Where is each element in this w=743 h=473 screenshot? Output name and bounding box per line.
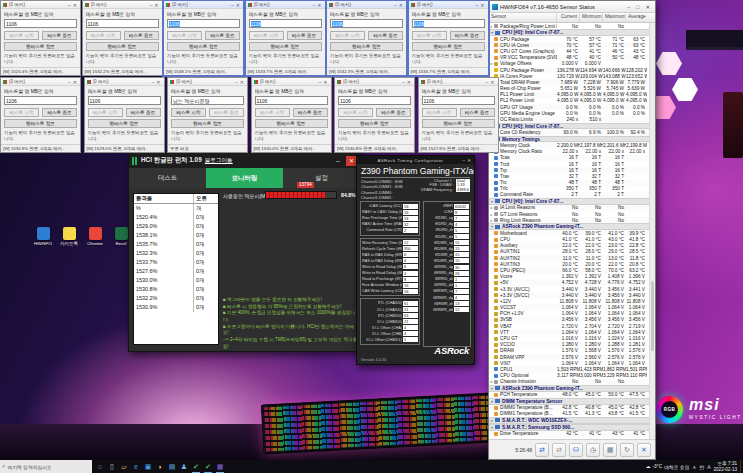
sensor-column-headers[interactable]: Sensor Current Minimum Maximum Average [489,13,655,23]
memtest-info-button[interactable]: 멤테스트 정보 [330,42,403,51]
ram-amount-input[interactable]: 1106 [422,96,495,105]
stop-test-button[interactable]: 테스트 종료 [42,31,77,40]
close-button[interactable]: ✕ [235,2,241,8]
memtest-info-button[interactable]: 멤테스트 정보 [412,42,485,51]
taskbar-clock[interactable]: 오후 7:31 2022-02-13 [714,461,738,472]
sensor-row[interactable]: Motherboard 40.0 °C 39.0 °C 41.0 °C 39.9… [489,230,649,236]
report-icon[interactable]: ▦ [603,443,617,457]
ram-amount-input[interactable]: 1106 [330,19,403,28]
timing-value[interactable]: 63 [403,313,418,318]
sensor-row[interactable]: +3.3V (AVCC) 3.440 V 3.440 V 3.456 V 3.4… [489,286,649,292]
timing-value[interactable]: 8 [403,264,418,269]
contacts-icon[interactable]: ♟ [178,460,190,473]
sensor-row[interactable]: ▸ IA Limit Reasons No No No [489,205,649,211]
sensor-row[interactable]: CPU IA Cores 70 °C 57 °C 71 °C 63 °C [489,42,649,48]
close-button[interactable]: ✕ [155,79,161,85]
timing-value[interactable]: 7 [454,289,469,294]
stop-test-button[interactable]: 테스트 종료 [126,108,161,117]
sensor-section[interactable]: ▾ ASRock Z390 Phantom Gaming-IT... [489,385,649,392]
minimize-button[interactable]: – [333,157,343,164]
memtest-info-button[interactable]: 멤테스트 정보 [249,42,322,51]
timing-value[interactable]: 32 [403,222,418,227]
ram-amount-input[interactable]: 1106 [4,19,77,28]
memtest-titlebar[interactable]: (0 에러) – ✕ [327,1,406,9]
timing-value[interactable]: 4 [403,258,418,263]
sensor-row[interactable]: CPU GT Cores (Graphics) 44 °C 41 °C 46 °… [489,48,649,54]
kakaotalk-icon[interactable]: ◗ [154,460,166,473]
sensor-row[interactable]: CPU Package Power 136.278 W 114.694 W 14… [489,67,649,73]
ram-amount-input[interactable]: 1106 [167,19,240,28]
sensor-row[interactable]: Tcas 16 T 16 T 16 T [489,155,649,161]
memtest-titlebar[interactable]: (0 에러) – ✕ [85,78,164,86]
stop-test-button[interactable]: 테스트 종료 [460,108,495,117]
task-view-icon[interactable]: ▯ [106,460,118,473]
desktop-icon[interactable]: HWiNFO64 [34,227,52,246]
memtest-titlebar[interactable]: (0 에러) – ✕ [252,78,331,86]
close-button[interactable]: ✕ [316,2,322,8]
stop-test-button[interactable]: 테스트 종료 [209,108,244,117]
sensor-row[interactable]: AUXTIN1 28.0 °C 28.0 °C 29.0 °C 28.5 °C [489,249,649,255]
sensor-row[interactable]: Trcd 16 T 16 T 16 T [489,161,649,167]
sensor-row[interactable]: DRAM VPP 2.576 V 2.560 V 2.576 V 2.576 V [489,354,649,360]
timing-value[interactable]: 30 [454,265,469,270]
sensor-row[interactable]: Trp 16 T 16 T 16 T [489,167,649,173]
memtest-titlebar[interactable]: (0 에러) – ✕ [409,1,488,9]
clock-icon[interactable]: ◷ [586,443,600,457]
sensor-row[interactable]: CPU Optional 3,117 RPM 3,000 RPM 3,229 R… [489,373,649,379]
start-test-button[interactable]: 테스트 시작 [412,31,447,40]
memtest-titlebar[interactable]: (0 에러) – ✕ [168,78,247,86]
scrollbar[interactable] [649,23,655,439]
start-test-button[interactable]: 테스트 시작 [4,108,39,117]
sensor-row[interactable]: +12V 11.808 V 11.808 V 11.808 V 11.808 V [489,298,649,304]
start-test-button[interactable]: 테스트 시작 [330,31,365,40]
start-test-button[interactable]: 테스트 시작 [338,108,373,117]
logging-start-icon[interactable]: ⇄ [535,443,549,457]
timing-value[interactable]: 61 [403,301,418,306]
start-test-button[interactable]: 테스트 시작 [422,108,457,117]
timing-value[interactable]: 7 [454,216,469,221]
start-test-button[interactable]: 테스트 시작 [171,108,206,117]
tab-monitoring[interactable]: 모니터링 [206,168,283,188]
timing-value[interactable]: 4 [454,222,469,227]
timing-value[interactable]: 4 [403,331,418,336]
timing-value[interactable]: 350 [403,246,418,251]
timing-value[interactable]: 1 [454,283,469,288]
sensor-row[interactable]: Vcore 1.392 V 1.392 V 1.408 V 1.396 V [489,274,649,280]
sensor-row[interactable]: IA Cores Power 130.729 W 109.004 W 143.0… [489,73,649,79]
blog-link[interactable]: 블로그이동 [205,157,233,165]
stop-test-button[interactable]: 테스트 종료 [205,31,240,40]
stop-test-button[interactable]: 테스트 종료 [376,108,411,117]
timing-value[interactable]: 4 [403,271,418,276]
close-button[interactable]: ✕ [153,2,159,8]
timing-value[interactable]: 16 [403,204,418,209]
memtest-app-icon[interactable]: ✔ [190,460,202,473]
start-test-button[interactable]: 테스트 시작 [4,31,39,40]
memtest-titlebar[interactable]: (0 에러) – ✕ [335,78,414,86]
tab-settings[interactable]: 설정 [283,168,360,188]
sensor-row[interactable]: CPU 41.0 °C 41.0 °C 43.0 °C 41.8 °C [489,236,649,242]
memtest-info-button[interactable]: 멤테스트 정보 [86,42,159,51]
stop-test-button[interactable]: 테스트 종료 [42,108,77,117]
timing-value[interactable]: 12 [403,240,418,245]
sensor-row[interactable]: ▸ Chassis Intrusion No No No [489,379,649,385]
timing-value[interactable]: 12 [454,307,469,312]
timing-value[interactable]: 5 [454,234,469,239]
sensor-row[interactable]: ▸ Core C0 Residency 93.0 % 6.9 % 100.0 %… [489,129,649,135]
sensor-row[interactable]: +3.3V (3VCC) 3.440 V 3.440 V 3.456 V 3.4… [489,292,649,298]
timing-value[interactable]: 8 [454,210,469,215]
sensor-section[interactable]: ▾ S.M.A.R.T.: Samsung SSD 860... [489,424,649,431]
hwinfo-app-icon[interactable]: ▦ [214,460,226,473]
close-button[interactable]: ✕ [72,79,78,85]
sensor-section[interactable]: ▾ Memory Timings [489,136,649,143]
sensor-list[interactable]: ▸ Package/Ring Power Limit Exceeded No N… [489,23,649,439]
ram-amount-input[interactable]: 1106 [249,19,322,28]
sensor-row[interactable]: Trfc 350 T 350 T 350 T [489,186,649,192]
ram-amount-input[interactable]: 1106 [412,19,485,28]
sensor-section[interactable]: ▸ S.M.A.R.T.: WDC WD10EZEX-... [489,417,649,424]
sensor-row[interactable]: VTT 1.064 V 1.064 V 1.064 V 1.064 V [489,329,649,335]
tab-test[interactable]: 테스트 [129,168,206,188]
memory-app-icon[interactable]: ▤ [166,460,178,473]
timing-value[interactable]: 1 [454,277,469,282]
sensor-row[interactable]: Tras 32 T 32 T 32 T [489,173,649,179]
ram-amount-input[interactable]: 1106 [86,19,159,28]
